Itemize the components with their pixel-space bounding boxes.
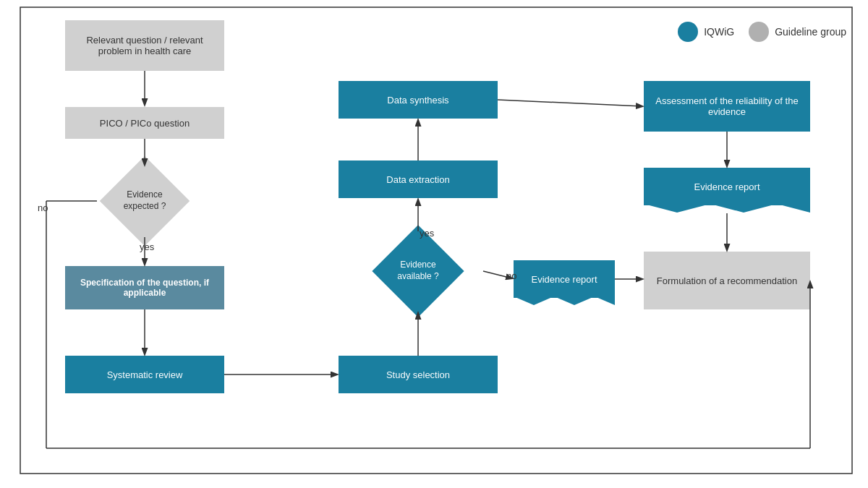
guideline-label: Guideline group <box>775 26 846 38</box>
legend: IQWiG Guideline group <box>678 22 846 42</box>
assessment-box: Assessment of the reliability of the evi… <box>644 81 810 132</box>
data-extraction-box: Data extraction <box>339 160 498 198</box>
evidence-report-right-box: Evidence report <box>644 168 810 205</box>
evidence-expected-label: Evidence expected ? <box>112 189 177 212</box>
specification-box: Specification of the question, if applic… <box>65 266 224 309</box>
data-synthesis-box: Data synthesis <box>339 81 498 119</box>
iqwig-label: IQWiG <box>704 26 734 38</box>
pico-box: PICO / PICo question <box>65 107 224 139</box>
evidence-available-label: Evidence available ? <box>386 260 451 282</box>
evidence-expected-diamond: Evidence expected ? <box>65 165 224 237</box>
guideline-circle <box>749 22 769 42</box>
legend-guideline: Guideline group <box>749 22 846 42</box>
relevant-question-box: Relevant question / relevant problem in … <box>65 20 224 71</box>
evidence-report-mid-box: Evidence report <box>514 260 615 298</box>
evidence-available-diamond: Evidence available ? <box>339 231 498 311</box>
formulation-box: Formulation of a recommendation <box>644 252 810 309</box>
diagram-container: IQWiG Guideline group Relevant question … <box>0 0 868 488</box>
legend-iqwig: IQWiG <box>678 22 734 42</box>
systematic-review-box: Systematic review <box>65 356 224 393</box>
yes-label-2: yes <box>420 228 434 239</box>
no-label-2: no <box>506 270 516 281</box>
iqwig-circle <box>678 22 698 42</box>
no-label-left: no <box>38 202 48 213</box>
svg-line-13 <box>498 100 642 106</box>
yes-label-1: yes <box>140 241 154 252</box>
study-selection-box: Study selection <box>339 356 498 393</box>
